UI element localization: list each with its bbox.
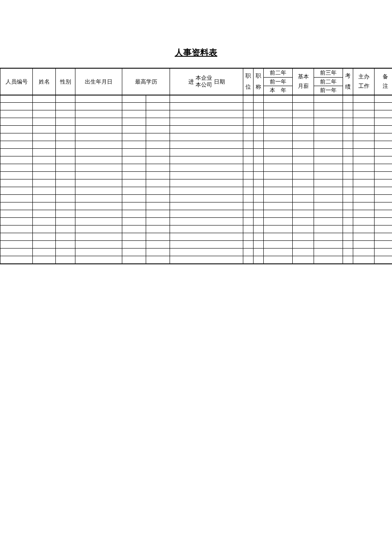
table-cell [56,256,75,264]
table-cell [375,218,392,225]
table-cell [146,210,170,218]
table-cell [314,103,343,110]
table-row [0,179,392,187]
table-cell [122,126,146,133]
table-cell [75,225,122,233]
table-cell [122,187,146,195]
table-cell [243,249,254,256]
table-row [0,133,392,141]
table-row [0,233,392,241]
table-cell [170,256,243,264]
table-row [0,126,392,133]
table-cell [293,133,314,141]
table-cell [146,156,170,164]
table-cell [122,225,146,233]
table-cell [33,256,56,264]
table-cell [293,110,314,118]
table-cell [0,256,33,264]
table-cell [314,141,343,149]
table-cell [254,187,264,195]
table-cell [343,202,353,210]
table-cell [170,133,243,141]
table-cell [33,249,56,256]
table-cell [170,241,243,249]
table-cell [122,118,146,126]
table-cell [56,249,75,256]
table-cell [264,118,293,126]
table-cell [56,202,75,210]
table-cell [353,110,375,118]
table-cell [353,225,375,233]
table-cell [243,241,254,249]
table-cell [314,133,343,141]
table-cell [254,233,264,241]
table-cell [0,225,33,233]
table-cell [353,202,375,210]
table-cell [0,126,33,133]
table-cell [375,187,392,195]
table-cell [75,179,122,187]
entry-date-mid-top: 本企业 [196,75,212,81]
table-cell [343,118,353,126]
table-cell [33,210,56,218]
table-cell [254,172,264,179]
table-cell [0,156,33,164]
table-cell [293,202,314,210]
table-cell [293,164,314,172]
table-cell [33,126,56,133]
table-cell [375,126,392,133]
table-cell [264,241,293,249]
table-cell [0,164,33,172]
table-cell [243,103,254,110]
col-evaluation-bot: 绩 [343,84,353,90]
table-row [0,103,392,110]
table-cell [353,249,375,256]
table-cell [343,218,353,225]
table-cell [122,241,146,249]
table-cell [170,126,243,133]
table-cell [146,95,170,103]
table-cell [353,126,375,133]
col-base-salary: 基本 月薪 [293,68,314,95]
table-cell [293,156,314,164]
table-cell [56,133,75,141]
table-cell [146,195,170,202]
table-cell [343,233,353,241]
table-cell [243,195,254,202]
table-cell [264,179,293,187]
table-cell [170,172,243,179]
table-cell [243,233,254,241]
table-row [0,172,392,179]
table-cell [56,195,75,202]
col-year2-prev1: 前一年 [314,86,343,95]
table-cell [56,172,75,179]
table-cell [75,256,122,264]
table-cell [293,195,314,202]
table-cell [243,225,254,233]
table-cell [343,187,353,195]
table-cell [264,256,293,264]
entry-date-right: 日期 [214,78,225,85]
table-cell [314,225,343,233]
table-cell [243,118,254,126]
table-cell [56,126,75,133]
table-cell [170,179,243,187]
table-cell [122,172,146,179]
table-cell [264,126,293,133]
table-cell [353,172,375,179]
table-cell [170,149,243,156]
table-cell [254,195,264,202]
table-cell [122,210,146,218]
table-cell [33,195,56,202]
table-cell [243,141,254,149]
table-cell [314,249,343,256]
table-row [0,118,392,126]
table-cell [243,149,254,156]
table-cell [314,241,343,249]
table-cell [254,210,264,218]
table-cell [0,141,33,149]
table-cell [33,164,56,172]
table-cell [254,110,264,118]
table-cell [353,95,375,103]
table-cell [146,225,170,233]
